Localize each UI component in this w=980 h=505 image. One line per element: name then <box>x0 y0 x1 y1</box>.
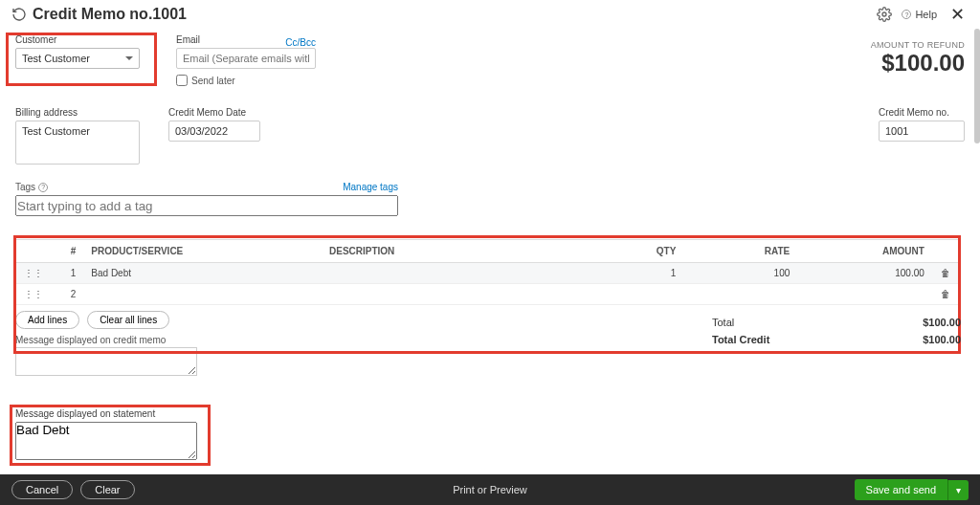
amount-label: AMOUNT TO REFUND <box>871 40 965 50</box>
message-memo-input[interactable] <box>15 347 197 376</box>
add-lines-button[interactable]: Add lines <box>15 311 79 329</box>
customer-select[interactable]: Test Customer <box>15 48 140 69</box>
total-credit-value: $100.00 <box>923 334 961 345</box>
email-input[interactable] <box>176 48 316 69</box>
col-num: # <box>53 240 83 263</box>
help-link[interactable]: ? Help <box>902 9 937 20</box>
table-row[interactable]: ⋮⋮ 2 🗑 <box>15 284 959 305</box>
delete-row-icon[interactable]: 🗑 <box>932 284 959 305</box>
total-label: Total <box>712 317 734 328</box>
col-product-service: PRODUCT/SERVICE <box>83 240 322 263</box>
send-later-label: Send later <box>191 76 235 86</box>
tags-input[interactable] <box>15 195 398 216</box>
gear-icon[interactable] <box>877 7 892 22</box>
col-qty: QTY <box>569 240 683 263</box>
svg-point-0 <box>882 12 886 16</box>
refresh-icon[interactable] <box>11 7 27 22</box>
send-later-checkbox[interactable] <box>176 75 188 86</box>
tags-label: Tags ? <box>15 182 48 192</box>
message-statement-label: Message displayed on statement <box>15 408 965 419</box>
amount-value: $100.00 <box>871 50 965 77</box>
cc-bcc-link[interactable]: Cc/Bcc <box>285 37 316 48</box>
customer-label: Customer <box>15 34 140 45</box>
col-rate: RATE <box>683 240 797 263</box>
memo-no-label: Credit Memo no. <box>879 107 965 118</box>
chevron-down-icon <box>125 56 133 64</box>
customer-value: Test Customer <box>22 53 90 64</box>
col-amount: AMOUNT <box>797 240 932 263</box>
scrollbar[interactable] <box>974 29 980 474</box>
lines-table: # PRODUCT/SERVICE DESCRIPTION QTY RATE A… <box>15 239 959 305</box>
save-send-button[interactable]: Save and send <box>855 479 947 500</box>
save-send-dropdown[interactable]: ▾ <box>947 480 969 500</box>
close-icon[interactable]: ✕ <box>947 6 969 23</box>
cancel-button[interactable]: Cancel <box>11 480 73 499</box>
clear-button[interactable]: Clear <box>80 480 134 499</box>
delete-row-icon[interactable]: 🗑 <box>932 263 959 284</box>
page-title: Credit Memo no.1001 <box>33 6 187 23</box>
col-description: DESCRIPTION <box>322 240 569 263</box>
clear-lines-button[interactable]: Clear all lines <box>87 311 169 329</box>
drag-handle-icon[interactable]: ⋮⋮ <box>15 263 53 284</box>
total-credit-label: Total Credit <box>712 334 769 345</box>
billing-address-input[interactable] <box>15 121 140 165</box>
drag-handle-icon[interactable]: ⋮⋮ <box>15 284 53 305</box>
info-icon[interactable]: ? <box>38 183 48 192</box>
table-row[interactable]: ⋮⋮ 1 Bad Debt 1 100 100.00 🗑 <box>15 263 959 284</box>
manage-tags-link[interactable]: Manage tags <box>343 182 398 192</box>
print-preview-link[interactable]: Print or Preview <box>453 484 527 495</box>
help-label: Help <box>915 9 937 20</box>
memo-date-label: Credit Memo Date <box>168 107 260 118</box>
total-value: $100.00 <box>923 317 961 328</box>
email-label: Email <box>176 34 200 45</box>
memo-no-input[interactable] <box>879 121 965 142</box>
billing-label: Billing address <box>15 107 140 118</box>
memo-date-input[interactable] <box>168 121 260 142</box>
message-statement-input[interactable] <box>15 422 197 460</box>
